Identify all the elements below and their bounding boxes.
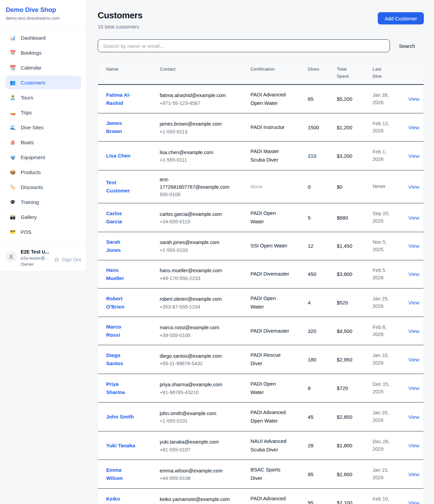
- sidebar-item-bookings[interactable]: 📅 Bookings: [5, 46, 81, 59]
- col-header-certification: Certification: [246, 61, 304, 85]
- customer-phone: +81-555-0107: [160, 447, 242, 452]
- view-customer-link[interactable]: View: [408, 184, 419, 190]
- table-row: Test Customer test-1772681807767@example…: [98, 170, 423, 203]
- sidebar-item-equipment[interactable]: 🤿 Equipment: [5, 150, 81, 164]
- customer-phone: +55-11-99876-5432: [160, 361, 242, 366]
- view-customer-link[interactable]: View: [408, 471, 419, 477]
- table-row: Fatima Al-Rashid fatima.alrashid@example…: [98, 85, 423, 113]
- certification-label: PADI Open Water: [251, 294, 290, 311]
- customer-count: 15 total customers: [98, 24, 142, 30]
- customer-name-link[interactable]: Lisa Chen: [106, 152, 131, 160]
- customer-name-link[interactable]: Robert O'Brien: [106, 295, 136, 311]
- customer-name-link[interactable]: Carlos Garcia: [106, 209, 136, 226]
- sidebar-item-products[interactable]: 📦 Products: [5, 165, 81, 179]
- customer-email: emma.wilson@example.com: [160, 467, 234, 475]
- view-customer-link[interactable]: View: [408, 357, 419, 362]
- customer-phone: +44-555-0108: [160, 475, 242, 481]
- customer-email: lisa.chen@example.com: [160, 149, 234, 156]
- search-input[interactable]: [98, 39, 390, 52]
- customer-name-link[interactable]: Test Customer: [106, 179, 136, 195]
- customer-phone: +1-555-0103: [160, 247, 242, 253]
- table-row: Diego Santos diego.santos@example.com +5…: [98, 345, 423, 374]
- view-customer-link[interactable]: View: [408, 271, 419, 277]
- total-spent: $3,800: [337, 271, 352, 277]
- sign-out-button[interactable]: Sign Out: [54, 257, 81, 262]
- certification-label: PADI Open Water: [251, 209, 290, 226]
- view-customer-link[interactable]: View: [408, 443, 419, 448]
- search-button[interactable]: Search: [390, 43, 424, 49]
- sidebar-item-gallery[interactable]: 📸 Gallery: [5, 210, 81, 224]
- sidebar-item-pos[interactable]: 💳 POS: [5, 225, 81, 239]
- sidebar-item-dashboard[interactable]: 📊 Dashboard: [5, 31, 81, 44]
- view-customer-link[interactable]: View: [408, 153, 419, 159]
- last-dive-date: Feb 1, 2026: [373, 148, 393, 163]
- last-dive-date: Feb 12, 2026: [373, 120, 393, 135]
- total-spent: $0: [337, 184, 342, 190]
- customer-name-link[interactable]: Fatima Al-Rashid: [106, 91, 136, 107]
- table-row: Yuki Tanaka yuki.tanaka@example.com +81-…: [98, 431, 423, 460]
- last-dive-date: Jan 10, 2026: [373, 352, 393, 367]
- sidebar-item-trips[interactable]: 🚤 Trips: [5, 106, 81, 119]
- last-dive-date: Feb 5, 2026: [373, 267, 393, 282]
- dive-sites-icon: 🌊: [9, 125, 16, 130]
- dives-count: 65: [308, 96, 314, 102]
- logout-icon: [54, 257, 60, 262]
- total-spent: $520: [337, 300, 348, 305]
- customer-phone: +971-55-123-4567: [160, 100, 242, 106]
- view-customer-link[interactable]: View: [408, 125, 419, 130]
- customer-name-link[interactable]: Sarah Jones: [106, 238, 136, 254]
- view-customer-link[interactable]: View: [408, 414, 419, 420]
- total-spent: $1,800: [337, 443, 352, 448]
- col-header-last-dive: Last Dive: [369, 61, 405, 85]
- sidebar-item-training[interactable]: 🎓 Training: [5, 195, 81, 209]
- view-customer-link[interactable]: View: [408, 96, 419, 102]
- total-spent: $720: [337, 385, 348, 391]
- certification-label: SSI Open Water: [251, 242, 288, 250]
- customer-phone: +353-87-555-1234: [160, 304, 242, 310]
- customer-name-link[interactable]: Keiko Yamamoto: [106, 495, 136, 504]
- customer-email: diego.santos@example.com: [160, 353, 234, 360]
- view-customer-link[interactable]: View: [408, 328, 419, 334]
- table-row: Lisa Chen lisa.chen@example.com +1-555-0…: [98, 142, 423, 170]
- sidebar-item-customers[interactable]: 👥 Customers: [5, 76, 81, 89]
- customers-icon: 👥: [9, 80, 16, 85]
- view-customer-link[interactable]: View: [408, 500, 419, 504]
- total-spent: $2,600: [337, 471, 352, 477]
- page-header: Customers 15 total customers Add Custome…: [98, 10, 424, 30]
- customer-name-link[interactable]: Diego Santos: [106, 351, 136, 368]
- customer-email: sarah.jones@example.com: [160, 239, 234, 246]
- search-bar: Search: [98, 39, 424, 52]
- add-customer-button[interactable]: Add Customer: [378, 12, 424, 24]
- certification-label: PADI Divemaster: [251, 327, 289, 335]
- dives-count: 28: [308, 443, 314, 448]
- sidebar-item-dive-sites[interactable]: 🌊 Dive Sites: [5, 120, 81, 134]
- customer-phone: +39-555-0105: [160, 333, 242, 338]
- last-dive-date: Dec 28, 2025: [373, 438, 393, 453]
- sidebar-item-boats[interactable]: ⛵ Boats: [5, 135, 81, 149]
- sidebar-item-discounts[interactable]: 🏷️ Discounts: [5, 180, 81, 194]
- view-customer-link[interactable]: View: [408, 385, 419, 391]
- certification-label: None: [251, 183, 263, 191]
- customer-name-link[interactable]: Marco Rossi: [106, 323, 136, 339]
- customer-name-link[interactable]: John Smith: [106, 413, 134, 421]
- customer-name-link[interactable]: Hans Mueller: [106, 266, 136, 282]
- view-customer-link[interactable]: View: [408, 243, 419, 249]
- customer-phone: +91-98765-43210: [160, 390, 242, 395]
- view-customer-link[interactable]: View: [408, 300, 419, 305]
- last-dive-date: Feb 8, 2026: [373, 324, 393, 339]
- customer-name-link[interactable]: James Brown: [106, 119, 136, 135]
- customer-name-link[interactable]: Yuki Tanaka: [106, 442, 135, 450]
- customer-email: yuki.tanaka@example.com: [160, 438, 234, 446]
- bookings-icon: 📅: [9, 50, 16, 55]
- last-dive-date: Jan 15, 2026: [373, 467, 393, 482]
- view-customer-link[interactable]: View: [408, 215, 419, 221]
- sidebar-item-tours[interactable]: 🏝️ Tours: [5, 91, 81, 104]
- tours-icon: 🏝️: [9, 95, 16, 100]
- certification-label: PADI Advanced Open Water: [251, 408, 290, 425]
- sidebar-item-calendar[interactable]: 📆 Calendar: [5, 61, 81, 74]
- total-spent: $2,850: [337, 414, 352, 420]
- customer-name-link[interactable]: Priya Sharma: [106, 380, 136, 396]
- certification-label: BSAC Sports Diver: [251, 466, 290, 483]
- customer-name-link[interactable]: Emma Wilson: [106, 466, 136, 482]
- certification-label: PADI Instructor: [251, 123, 285, 132]
